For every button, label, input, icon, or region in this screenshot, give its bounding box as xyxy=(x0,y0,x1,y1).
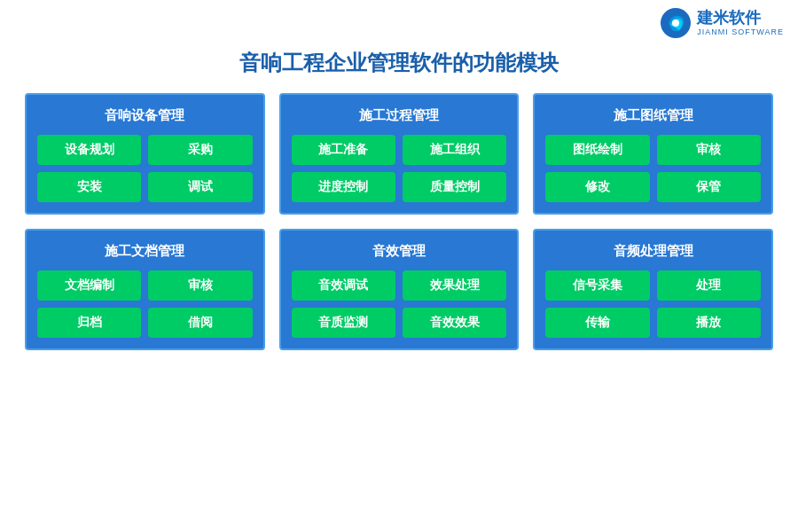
logo-area: 建米软件 JIANMI SOFTWARE xyxy=(660,7,784,39)
btn-audio-processing-3[interactable]: 播放 xyxy=(657,308,761,338)
btn-grid-construction-doc: 文档编制 审核 归档 借阅 xyxy=(37,270,253,338)
module-card-audio-device: 音响设备管理 设备规划 采购 安装 调试 xyxy=(25,93,265,215)
btn-grid-construction-drawing: 图纸绘制 审核 修改 保管 xyxy=(545,135,761,202)
btn-audio-processing-1[interactable]: 处理 xyxy=(657,270,761,301)
module-title-sound-effect: 音效管理 xyxy=(372,243,426,260)
btn-sound-effect-1[interactable]: 效果处理 xyxy=(403,270,506,301)
module-card-construction-process: 施工过程管理 施工准备 施工组织 进度控制 质量控制 xyxy=(279,93,520,215)
svg-point-1 xyxy=(672,20,679,27)
btn-construction-drawing-0[interactable]: 图纸绘制 xyxy=(545,135,649,165)
btn-sound-effect-3[interactable]: 音效效果 xyxy=(403,308,506,338)
btn-construction-doc-2[interactable]: 归档 xyxy=(37,308,141,338)
btn-sound-effect-2[interactable]: 音质监测 xyxy=(292,308,395,338)
module-card-construction-doc: 施工文档管理 文档编制 审核 归档 借阅 xyxy=(25,229,265,350)
module-grid: 音响设备管理 设备规划 采购 安装 调试 施工过程管理 施工准备 施工组织 进度… xyxy=(0,93,798,350)
module-title-construction-drawing: 施工图纸管理 xyxy=(614,107,693,124)
module-title-audio-processing: 音频处理管理 xyxy=(614,243,693,260)
btn-grid-audio-device: 设备规划 采购 安装 调试 xyxy=(37,135,253,202)
btn-audio-processing-0[interactable]: 信号采集 xyxy=(545,270,649,301)
btn-construction-drawing-2[interactable]: 修改 xyxy=(545,172,649,202)
btn-construction-drawing-1[interactable]: 审核 xyxy=(657,135,761,165)
module-card-construction-drawing: 施工图纸管理 图纸绘制 审核 修改 保管 xyxy=(533,93,773,215)
btn-grid-construction-process: 施工准备 施工组织 进度控制 质量控制 xyxy=(292,135,507,202)
btn-audio-device-2[interactable]: 安装 xyxy=(37,172,141,202)
module-card-audio-processing: 音频处理管理 信号采集 处理 传输 播放 xyxy=(533,229,773,350)
btn-construction-process-2[interactable]: 进度控制 xyxy=(292,172,395,202)
module-title-audio-device: 音响设备管理 xyxy=(105,107,184,124)
btn-construction-doc-3[interactable]: 借阅 xyxy=(148,308,252,338)
module-title-construction-doc: 施工文档管理 xyxy=(105,243,184,260)
logo-cn: 建米软件 xyxy=(697,10,761,27)
logo-icon xyxy=(660,7,692,39)
btn-construction-process-3[interactable]: 质量控制 xyxy=(403,172,506,202)
btn-audio-device-1[interactable]: 采购 xyxy=(148,135,252,165)
page: 建米软件 JIANMI SOFTWARE 音响工程企业管理软件的功能模块 音响设… xyxy=(0,0,798,532)
btn-construction-process-1[interactable]: 施工组织 xyxy=(403,135,506,165)
btn-grid-sound-effect: 音效调试 效果处理 音质监测 音效效果 xyxy=(292,270,507,338)
btn-construction-doc-0[interactable]: 文档编制 xyxy=(37,270,141,301)
btn-construction-process-0[interactable]: 施工准备 xyxy=(292,135,395,165)
logo-text: 建米软件 JIANMI SOFTWARE xyxy=(697,10,784,36)
btn-audio-device-3[interactable]: 调试 xyxy=(148,172,252,202)
module-card-sound-effect: 音效管理 音效调试 效果处理 音质监测 音效效果 xyxy=(279,229,520,350)
btn-audio-device-0[interactable]: 设备规划 xyxy=(37,135,141,165)
btn-sound-effect-0[interactable]: 音效调试 xyxy=(292,270,395,301)
btn-audio-processing-2[interactable]: 传输 xyxy=(545,308,649,338)
logo-en: JIANMI SOFTWARE xyxy=(697,27,784,36)
btn-construction-doc-1[interactable]: 审核 xyxy=(148,270,252,301)
module-title-construction-process: 施工过程管理 xyxy=(359,107,439,124)
btn-grid-audio-processing: 信号采集 处理 传输 播放 xyxy=(545,270,761,338)
btn-construction-drawing-3[interactable]: 保管 xyxy=(657,172,761,202)
